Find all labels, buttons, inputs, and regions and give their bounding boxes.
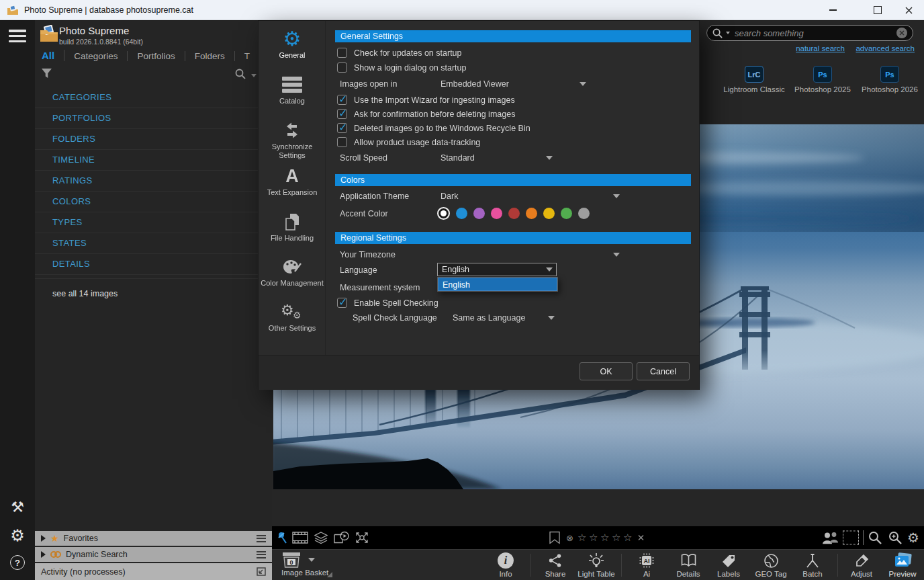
search-options-arrow[interactable] <box>251 74 257 77</box>
zoom-search-icon[interactable] <box>868 531 882 544</box>
nav-item-states[interactable]: STATES <box>35 233 272 254</box>
language-dropdown-arrow[interactable] <box>546 267 553 272</box>
remove-rating-x-icon[interactable] <box>638 535 644 541</box>
spell-check-language-dropdown-arrow[interactable] <box>548 316 555 320</box>
accent-swatch-selected[interactable] <box>437 207 450 220</box>
checkbox[interactable] <box>337 63 347 73</box>
checkbox[interactable] <box>337 137 347 147</box>
checkbox[interactable] <box>337 298 347 308</box>
option-recycle-bin[interactable]: Deleted images go to the Windows Recycle… <box>337 123 530 133</box>
zoom-in-icon[interactable] <box>888 531 902 544</box>
timezone-dropdown-arrow[interactable] <box>613 253 620 257</box>
favorites-menu-icon[interactable] <box>257 533 266 544</box>
filter-icon[interactable] <box>42 69 52 79</box>
accent-swatch-green[interactable] <box>561 208 572 219</box>
search-input[interactable] <box>733 28 893 39</box>
accent-swatch-yellow[interactable] <box>543 208 555 219</box>
language-option-english[interactable]: English <box>438 278 557 291</box>
accent-swatch-purple[interactable] <box>473 208 485 219</box>
checkbox[interactable] <box>337 123 347 133</box>
application-theme-dropdown-arrow[interactable] <box>613 194 620 198</box>
image-basket-button[interactable]: 0 Image Basket <box>281 551 355 577</box>
batch-button[interactable]: Batch <box>790 552 835 578</box>
preview-button[interactable]: Preview <box>880 552 924 578</box>
nav-item-details[interactable]: DETAILS <box>35 254 272 275</box>
option-spell-checking[interactable]: Enable Spell Checking <box>337 298 438 308</box>
checkbox[interactable] <box>337 109 347 119</box>
filmstrip-icon[interactable] <box>292 532 308 544</box>
dynamic-search-panel-header[interactable]: Dynamic Search <box>35 547 272 562</box>
nav-item-colors[interactable]: COLORS <box>35 192 272 212</box>
option-confirm-delete[interactable]: Ask for confirmation before deleting ima… <box>337 109 515 119</box>
option-check-updates[interactable]: Check for updates on startup <box>337 48 462 58</box>
scroll-speed-value[interactable]: Standard <box>441 153 475 163</box>
images-open-in-value[interactable]: Embedded Viewer <box>441 79 509 89</box>
search-scope-arrow[interactable] <box>726 32 730 34</box>
bookmark-icon[interactable] <box>549 532 560 544</box>
clear-rating-icon[interactable] <box>566 533 573 543</box>
settings-nav-catalog[interactable]: Catalog <box>259 75 326 106</box>
image-basket-dropdown-arrow[interactable] <box>308 558 315 562</box>
tab-categories[interactable]: Categories <box>64 51 128 61</box>
nav-item-portfolios[interactable]: PORTFOLIOS <box>35 108 272 129</box>
star-rating-3[interactable] <box>600 532 609 544</box>
clear-search-button[interactable] <box>896 28 907 38</box>
people-faces-icon[interactable] <box>821 532 839 544</box>
settings-nav-color-management[interactable]: Color Management <box>259 257 326 288</box>
search-icon[interactable] <box>235 69 246 79</box>
maximize-button[interactable] <box>862 0 893 20</box>
tab-portfolios[interactable]: Portfolios <box>128 51 185 61</box>
light-table-button[interactable]: Light Table <box>574 552 618 578</box>
accent-swatch-pink[interactable] <box>491 208 502 219</box>
video-player-icon[interactable] <box>334 532 350 544</box>
option-import-wizard[interactable]: Use the Import Wizard for ingesting imag… <box>337 95 515 105</box>
tab-all[interactable]: All <box>42 50 64 61</box>
pin-icon[interactable] <box>277 532 288 544</box>
application-theme-value[interactable]: Dark <box>441 192 458 201</box>
settings-nav-file-handling[interactable]: File Handling <box>259 212 326 243</box>
settings-gear-icon[interactable] <box>0 526 35 545</box>
labels-button[interactable]: Labels <box>706 552 751 578</box>
nav-item-timeline[interactable]: TIMELINE <box>35 150 272 171</box>
option-login-dialog[interactable]: Show a login dialog on startup <box>337 63 466 73</box>
nav-item-types[interactable]: TYPES <box>35 212 272 233</box>
info-button[interactable]: Info <box>483 552 528 578</box>
star-rating-1[interactable] <box>578 532 586 544</box>
nav-item-folders[interactable]: FOLDERS <box>35 129 272 150</box>
app-shortcut-photoshop-2025[interactable]: Ps Photoshop 2025 <box>786 66 860 93</box>
adjust-button[interactable]: Adjust <box>839 552 884 578</box>
app-shortcut-photoshop-2026[interactable]: Ps Photoshop 2026 <box>853 66 924 93</box>
activity-bar[interactable]: Activity (no processes) <box>35 563 272 580</box>
checkbox[interactable] <box>337 95 347 105</box>
star-rating-4[interactable] <box>612 532 620 544</box>
images-open-in-dropdown-arrow[interactable] <box>580 82 586 86</box>
advanced-search-link[interactable]: advanced search <box>856 44 915 52</box>
accent-swatch-orange[interactable] <box>526 208 537 219</box>
geo-tag-button[interactable]: GEO Tag <box>749 552 793 578</box>
help-icon[interactable] <box>0 555 35 570</box>
fullscreen-icon[interactable] <box>355 532 369 544</box>
hamburger-menu-icon[interactable] <box>9 30 26 45</box>
close-button[interactable] <box>893 0 924 20</box>
expand-arrow-icon[interactable] <box>41 535 46 542</box>
settings-nav-text-expansion[interactable]: Text Expansion <box>259 166 326 197</box>
details-button[interactable]: Details <box>666 552 710 578</box>
app-shortcut-lightroom[interactable]: LrC Lightroom Classic <box>717 66 791 93</box>
checkbox[interactable] <box>337 48 347 58</box>
cancel-button[interactable]: Cancel <box>637 362 690 380</box>
accent-swatch-gray[interactable] <box>578 208 590 219</box>
accent-swatch-red[interactable] <box>508 208 520 219</box>
star-rating-5[interactable] <box>623 532 632 544</box>
settings-nav-synchronize[interactable]: Synchronize Settings <box>259 120 326 160</box>
accent-swatch-blue[interactable] <box>456 208 467 219</box>
spell-check-language-value[interactable]: Same as Language <box>453 313 525 323</box>
share-button[interactable]: Share <box>533 552 578 578</box>
minimize-button[interactable] <box>817 0 848 20</box>
settings-nav-general[interactable]: General <box>259 29 326 60</box>
nav-item-ratings[interactable]: RATINGS <box>35 171 272 192</box>
tab-timeline[interactable]: T <box>235 51 259 61</box>
nav-item-categories[interactable]: CATEGORIES <box>35 87 272 108</box>
scroll-speed-dropdown-arrow[interactable] <box>546 156 553 160</box>
ok-button[interactable]: OK <box>580 362 633 380</box>
language-combobox[interactable]: English <box>437 263 557 276</box>
